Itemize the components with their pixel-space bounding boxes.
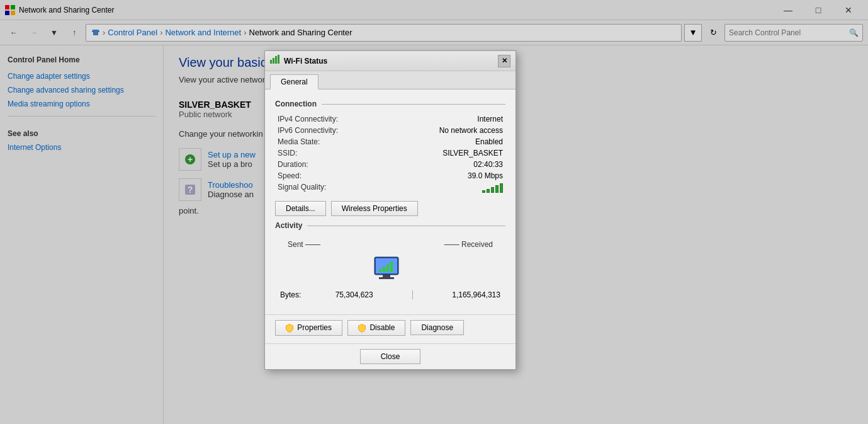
dialog-footer: Properties Disable Diagnose xyxy=(265,314,516,343)
disable-shield-icon xyxy=(358,323,368,332)
duration-row: Duration: 02:40:33 xyxy=(275,159,505,170)
duration-value: 02:40:33 xyxy=(379,159,505,170)
connection-section-title: Connection xyxy=(275,100,317,108)
bytes-row: Bytes: 75,304,623 1,165,964,313 xyxy=(275,290,505,299)
disable-label: Disable xyxy=(369,323,395,332)
speed-label: Speed: xyxy=(275,170,379,181)
close-button-area: Close xyxy=(265,343,516,369)
ssid-row: SSID: SILVER_BASKET xyxy=(275,147,505,159)
dialog-close-button[interactable]: Close xyxy=(360,349,421,364)
svg-rect-18 xyxy=(379,277,394,279)
properties-button[interactable]: Properties xyxy=(275,320,342,336)
ssid-value: SILVER_BASKET xyxy=(379,147,505,159)
signal-value xyxy=(379,181,505,196)
diagnose-button[interactable]: Diagnose xyxy=(410,320,464,335)
media-row: Media State: Enabled xyxy=(275,136,505,147)
bytes-received-value: 1,165,964,313 xyxy=(452,290,500,299)
sent-arrow: —— xyxy=(305,240,320,249)
ipv4-row: IPv4 Connectivity: Internet xyxy=(275,113,505,125)
bytes-label: Bytes: xyxy=(280,290,301,299)
tab-general[interactable]: General xyxy=(270,74,318,89)
activity-section-line xyxy=(307,226,505,226)
sent-text: Sent xyxy=(288,240,303,249)
activity-section-header: Activity xyxy=(275,221,505,230)
ipv4-value: Internet xyxy=(379,113,505,125)
dialog-title-text: Wi-Fi Status xyxy=(284,57,498,66)
activity-labels: Sent —— —— Received xyxy=(275,240,505,249)
sent-label: Sent —— xyxy=(288,240,320,249)
signal-bar-1 xyxy=(482,190,485,193)
svg-rect-11 xyxy=(270,60,272,64)
dialog-title-bar: Wi-Fi Status ✕ xyxy=(265,51,516,71)
received-label: —— Received xyxy=(444,240,493,249)
disable-button[interactable]: Disable xyxy=(347,320,405,336)
svg-rect-19 xyxy=(379,269,381,272)
speed-row: Speed: 39.0 Mbps xyxy=(275,170,505,181)
activity-section-title: Activity xyxy=(275,221,302,230)
ssid-label: SSID: xyxy=(275,147,379,159)
activity-area: Sent —— —— Received xyxy=(275,235,505,304)
properties-label: Properties xyxy=(297,323,332,332)
properties-shield-icon xyxy=(286,323,295,332)
main-window: Network and Sharing Center — □ ✕ ← → ▼ ↑… xyxy=(0,0,868,424)
dialog-body: Connection IPv4 Connectivity: Internet I… xyxy=(265,89,516,312)
connection-info-table: IPv4 Connectivity: Internet IPv6 Connect… xyxy=(275,113,505,196)
ipv6-row: IPv6 Connectivity: No network access xyxy=(275,125,505,136)
speed-value: 39.0 Mbps xyxy=(379,170,505,181)
svg-rect-22 xyxy=(390,261,393,272)
received-text: Received xyxy=(461,240,493,249)
media-value: Enabled xyxy=(379,136,505,147)
network-activity-icon xyxy=(371,254,409,285)
media-label: Media State: xyxy=(275,136,379,147)
svg-rect-21 xyxy=(386,264,389,272)
svg-rect-14 xyxy=(278,55,279,64)
ipv6-label: IPv6 Connectivity: xyxy=(275,125,379,136)
connection-section-header: Connection xyxy=(275,100,505,108)
signal-row: Signal Quality: xyxy=(275,181,505,196)
dialog-tabs: General xyxy=(265,71,516,89)
signal-bar-4 xyxy=(495,185,499,193)
details-button[interactable]: Details... xyxy=(275,201,326,216)
svg-rect-12 xyxy=(273,58,274,64)
wifi-icon xyxy=(270,55,280,67)
wifi-status-dialog: Wi-Fi Status ✕ General Connection IPv4 C… xyxy=(264,50,516,370)
bytes-separator xyxy=(412,290,413,299)
signal-label: Signal Quality: xyxy=(275,181,379,196)
received-arrow: —— xyxy=(444,240,461,249)
svg-rect-20 xyxy=(383,266,385,272)
ipv6-value: No network access xyxy=(379,125,505,136)
ipv4-label: IPv4 Connectivity: xyxy=(275,113,379,125)
connection-section-line xyxy=(322,104,505,105)
signal-bar-2 xyxy=(487,189,490,193)
svg-rect-13 xyxy=(275,56,277,64)
wireless-properties-button[interactable]: Wireless Properties xyxy=(331,201,418,216)
signal-bar-3 xyxy=(491,187,494,193)
connection-button-row: Details... Wireless Properties xyxy=(275,201,505,216)
dialog-close-x-button[interactable]: ✕ xyxy=(498,55,510,67)
svg-rect-17 xyxy=(383,275,390,277)
signal-bar-5 xyxy=(500,183,503,193)
bytes-sent-value: 75,304,623 xyxy=(335,290,373,299)
duration-label: Duration: xyxy=(275,159,379,170)
signal-bars xyxy=(482,183,503,193)
